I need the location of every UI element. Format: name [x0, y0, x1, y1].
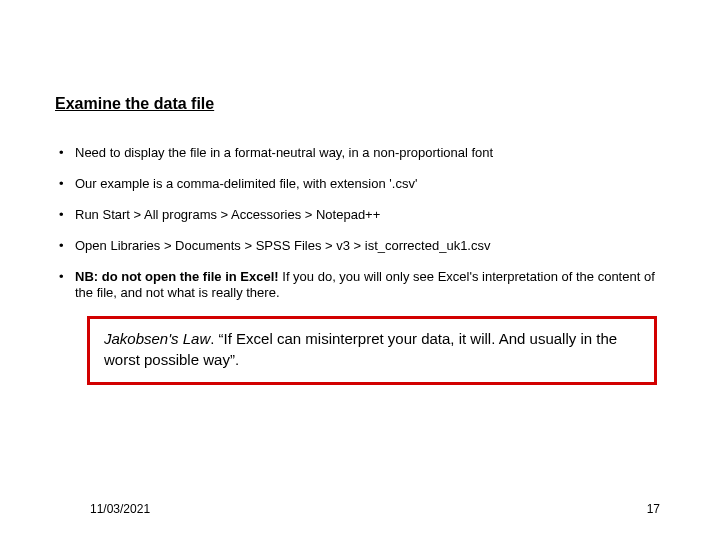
slide-title: Examine the data file — [55, 95, 665, 113]
footer-page-number: 17 — [647, 502, 660, 516]
bullet-list: Need to display the file in a format-neu… — [55, 145, 665, 302]
list-item: Open Libraries > Documents > SPSS Files … — [55, 238, 665, 255]
nb-warning: NB: do not open the file in Excel! — [75, 269, 279, 284]
list-item: Our example is a comma-delimited file, w… — [55, 176, 665, 193]
list-item: NB: do not open the file in Excel! If yo… — [55, 269, 665, 303]
list-item: Run Start > All programs > Accessories >… — [55, 207, 665, 224]
jakobsens-law-callout: Jakobsen's Law. “If Excel can misinterpr… — [87, 316, 657, 385]
slide: Examine the data file Need to display th… — [0, 0, 720, 540]
law-label: Jakobsen's Law — [104, 330, 210, 347]
list-item: Need to display the file in a format-neu… — [55, 145, 665, 162]
footer-date: 11/03/2021 — [90, 502, 150, 516]
